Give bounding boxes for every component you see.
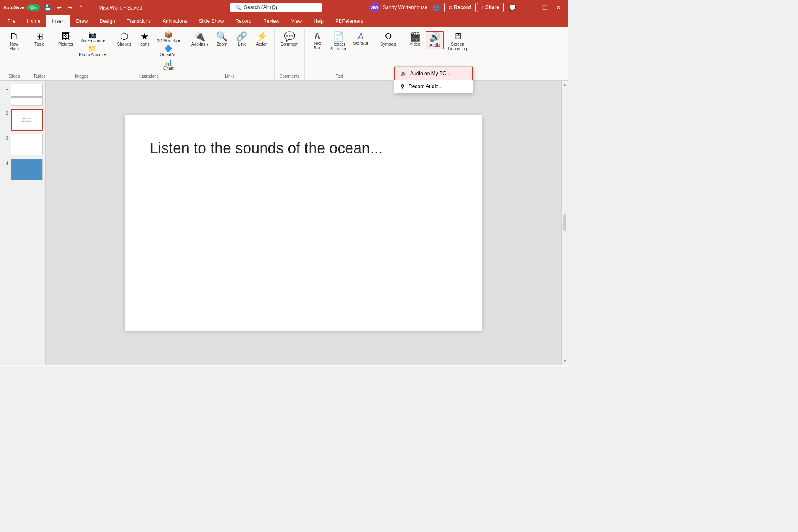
tables-group-label: Tables (34, 73, 46, 79)
audio-button[interactable]: 🔊 Audio (426, 31, 444, 49)
tab-file[interactable]: File (2, 15, 21, 27)
tab-pdfelement[interactable]: PDFelement (330, 15, 369, 27)
icons-icon: ★ (140, 32, 149, 41)
ribbon-group-illustrations: ⬡ Shapes ★ Icons 📦 3D Models ▾ 🔷 SmartAr… (111, 29, 186, 80)
screen-recording-icon: 🖥 (453, 32, 462, 41)
action-button[interactable]: ⚡ Action (253, 31, 271, 48)
screenshot-button[interactable]: 📷 Screenshot ▾ (77, 31, 107, 44)
header-footer-button[interactable]: 📄 Header& Footer (328, 31, 349, 52)
comment-button[interactable]: 💬 Comment (278, 31, 301, 48)
avatar: SW (369, 2, 380, 13)
globe-icon[interactable]: 🌐 (431, 3, 441, 12)
textbox-button[interactable]: A TextBox (308, 31, 326, 52)
save-icon[interactable]: 💾 (42, 3, 53, 12)
photo-album-button[interactable]: 📁 Photo Album ▾ (77, 44, 107, 58)
slide-thumb-1[interactable] (11, 84, 43, 106)
tab-design[interactable]: Design (94, 15, 121, 27)
tab-insert[interactable]: Insert (46, 15, 70, 27)
screen-recording-button[interactable]: 🖥 ScreenRecording (446, 31, 470, 52)
chart-button[interactable]: 📊 Chart (155, 58, 182, 71)
comments-icon[interactable]: 💬 (507, 3, 517, 12)
scroll-down-icon[interactable]: ▼ (563, 359, 567, 363)
user-info: SW Sandy Writtenhouse (369, 2, 427, 13)
smartart-button[interactable]: 🔷 SmartArt (155, 44, 182, 58)
customize-qat-icon[interactable]: ⌃ (77, 3, 85, 12)
link-button[interactable]: 🔗 Link (233, 31, 251, 48)
slide-num-4: 4 (2, 160, 8, 165)
illustrations-group-label: Illustrations (138, 73, 159, 79)
ribbon-group-comments: 💬 Comment Comments (275, 29, 305, 80)
autosave-label: AutoSave (3, 5, 25, 10)
textbox-icon: A (314, 32, 320, 40)
shapes-button[interactable]: ⬡ Shapes (115, 31, 134, 48)
slide-num-1: 1 (2, 86, 8, 91)
screenshot-album-col: 📷 Screenshot ▾ 📁 Photo Album ▾ (77, 31, 107, 58)
slide-thumb-4[interactable] (11, 159, 43, 180)
pictures-button[interactable]: 🖼 Pictures (56, 31, 76, 48)
ribbon-group-media: 🎬 Video 🔊 Audio 🖥 ScreenRecording 🔊 Audi… (402, 29, 473, 80)
tab-slideshow[interactable]: Slide Show (193, 15, 229, 27)
slide-item-2: 2 Listen tosounds... (2, 109, 43, 131)
ribbon-group-tables: ⊞ Table Tables (27, 29, 52, 80)
record-dot-icon (449, 6, 452, 9)
main-area: 1 2 Listen tosounds... 3 4 Listen to the… (0, 81, 568, 365)
slides-group-label: Slides (8, 73, 20, 79)
tab-transitions[interactable]: Transitions (121, 15, 157, 27)
addins-icon: 🔌 (194, 32, 205, 41)
user-name: Sandy Writtenhouse (382, 5, 427, 10)
table-button[interactable]: ⊞ Table (30, 31, 49, 48)
video-button[interactable]: 🎬 Video (406, 31, 424, 48)
tab-draw[interactable]: Draw (70, 15, 94, 27)
new-slide-button[interactable]: 🗋 NewSlide (5, 31, 23, 52)
notes-area[interactable]: Click to add notes (0, 365, 568, 366)
scroll-up-icon[interactable]: ▲ (563, 82, 567, 87)
wordart-button[interactable]: A WordArt (351, 31, 371, 47)
slide-canvas[interactable]: Listen to the sounds of the ocean... (125, 115, 482, 331)
slide-main-text: Listen to the sounds of the ocean... (150, 140, 382, 157)
slide-thumb-3[interactable] (11, 134, 43, 155)
restore-button[interactable]: ❐ (539, 3, 551, 12)
3dmodels-smartart-chart-col: 📦 3D Models ▾ 🔷 SmartArt 📊 Chart (155, 31, 182, 71)
tab-help[interactable]: Help (308, 15, 330, 27)
search-placeholder: Search (Alt+Q) (244, 5, 277, 10)
text-group-items: A TextBox 📄 Header& Footer A WordArt (308, 31, 371, 71)
record-button[interactable]: Record (444, 3, 475, 12)
comments-group-items: 💬 Comment (278, 31, 301, 71)
search-box[interactable]: 🔍 Search (Alt+Q) (230, 3, 322, 12)
title-bar-center: 🔍 Search (Alt+Q) (186, 3, 366, 12)
ribbon-collapse-icon[interactable]: ⌃ (558, 16, 568, 26)
redo-icon[interactable]: ↪ (66, 3, 74, 12)
smartart-icon: 🔷 (164, 45, 172, 52)
addins-button[interactable]: 🔌 Add-ins ▾ (189, 31, 211, 48)
links-group-items: 🔌 Add-ins ▾ 🔍 Zoom 🔗 Link ⚡ Action (189, 31, 271, 71)
minimize-button[interactable]: — (525, 3, 537, 12)
audio-on-my-pc-item[interactable]: 🔊 Audio on My PC... (394, 67, 473, 80)
comments-group-label: Comments (279, 73, 299, 79)
audio-on-pc-icon: 🔊 (401, 71, 407, 76)
zoom-button[interactable]: 🔍 Zoom (213, 31, 231, 48)
close-button[interactable]: ✕ (553, 3, 564, 12)
tab-home[interactable]: Home (21, 15, 46, 27)
slide-thumb-2[interactable]: Listen tosounds... (11, 109, 43, 131)
screenshot-icon: 📷 (88, 32, 96, 38)
share-button[interactable]: ↑ Share (477, 3, 504, 12)
tab-record[interactable]: Record (229, 15, 257, 27)
record-label: Record (454, 5, 471, 10)
icons-button[interactable]: ★ Icons (135, 31, 154, 48)
3d-models-button[interactable]: 📦 3D Models ▾ (155, 31, 182, 44)
tab-animations[interactable]: Animations (157, 15, 193, 27)
undo-icon[interactable]: ↩ (55, 3, 64, 12)
symbols-button[interactable]: Ω Symbols (378, 31, 399, 48)
window-controls: — ❐ ✕ (525, 3, 564, 12)
scroll-thumb[interactable] (563, 214, 566, 231)
scrollbar-right[interactable]: ▲ ▼ (561, 81, 568, 365)
slide-item-3: 3 (2, 134, 43, 155)
pictures-icon: 🖼 (61, 32, 70, 41)
autosave-toggle[interactable]: On (27, 4, 40, 11)
ribbon-content: 🗋 NewSlide Slides ⊞ Table Tables 🖼 Pictu (0, 27, 568, 80)
tab-view[interactable]: View (285, 15, 308, 27)
record-audio-item[interactable]: 🎙 Record Audio... (394, 80, 473, 93)
tab-review[interactable]: Review (257, 15, 285, 27)
audio-dropdown: 🔊 Audio on My PC... 🎙 Record Audio... (394, 66, 473, 93)
record-share-btns: Record ↑ Share (444, 3, 504, 12)
